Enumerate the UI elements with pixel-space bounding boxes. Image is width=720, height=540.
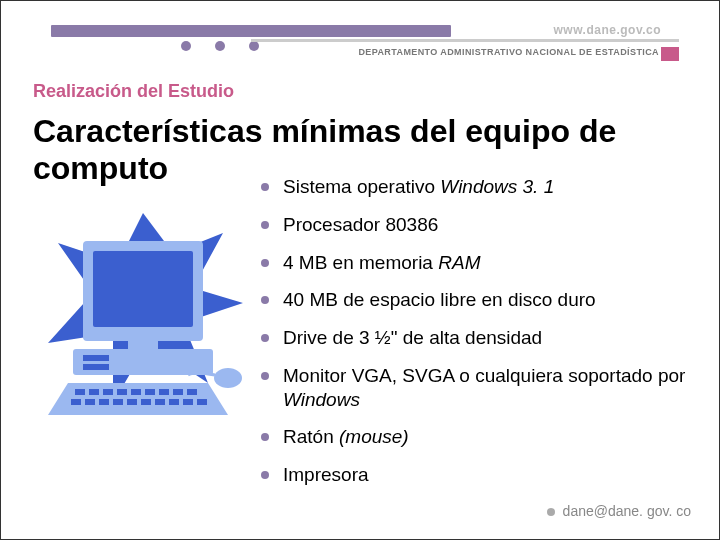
svg-rect-9 bbox=[103, 389, 113, 395]
svg-rect-18 bbox=[99, 399, 109, 405]
computer-illustration bbox=[33, 193, 253, 433]
svg-rect-11 bbox=[131, 389, 141, 395]
bullet-icon bbox=[261, 372, 269, 380]
header-subtitle: DEPARTAMENTO ADMINISTRATIVO NACIONAL DE … bbox=[358, 47, 659, 57]
requirements-list: Sistema operativo Windows 3. 1Procesador… bbox=[253, 175, 689, 501]
svg-rect-15 bbox=[187, 389, 197, 395]
bullet-icon bbox=[261, 221, 269, 229]
svg-rect-20 bbox=[127, 399, 137, 405]
bullet-icon bbox=[261, 183, 269, 191]
list-item: Impresora bbox=[261, 463, 689, 487]
header-divider bbox=[251, 39, 679, 42]
svg-rect-8 bbox=[89, 389, 99, 395]
svg-rect-19 bbox=[113, 399, 123, 405]
list-item-text: Ratón (mouse) bbox=[283, 425, 409, 449]
header-accent-bar bbox=[51, 25, 451, 37]
slide-header: www.dane.gov.co DEPARTAMENTO ADMINISTRAT… bbox=[51, 19, 679, 59]
list-item-text: 40 MB de espacio libre en disco duro bbox=[283, 288, 596, 312]
svg-rect-12 bbox=[145, 389, 155, 395]
svg-rect-7 bbox=[75, 389, 85, 395]
list-item: 4 MB en memoria RAM bbox=[261, 251, 689, 275]
list-item: Monitor VGA, SVGA o cualquiera soportado… bbox=[261, 364, 689, 412]
svg-rect-16 bbox=[71, 399, 81, 405]
content-row: Sistema operativo Windows 3. 1Procesador… bbox=[33, 199, 689, 501]
svg-rect-10 bbox=[117, 389, 127, 395]
svg-rect-14 bbox=[173, 389, 183, 395]
list-item-text: Sistema operativo Windows 3. 1 bbox=[283, 175, 554, 199]
svg-rect-25 bbox=[197, 399, 207, 405]
svg-rect-23 bbox=[169, 399, 179, 405]
list-item-text: 4 MB en memoria RAM bbox=[283, 251, 480, 275]
list-item-text: Drive de 3 ½" de alta densidad bbox=[283, 326, 542, 350]
list-item: Drive de 3 ½" de alta densidad bbox=[261, 326, 689, 350]
bullet-icon bbox=[261, 334, 269, 342]
list-item: 40 MB de espacio libre en disco duro bbox=[261, 288, 689, 312]
list-item: Procesador 80386 bbox=[261, 213, 689, 237]
list-item-text: Procesador 80386 bbox=[283, 213, 438, 237]
list-item-text: Monitor VGA, SVGA o cualquiera soportado… bbox=[283, 364, 689, 412]
footer-email: dane@dane. gov. co bbox=[547, 503, 691, 519]
bullet-icon bbox=[261, 433, 269, 441]
svg-rect-24 bbox=[183, 399, 193, 405]
list-item: Ratón (mouse) bbox=[261, 425, 689, 449]
header-dots bbox=[181, 41, 259, 51]
svg-rect-5 bbox=[83, 364, 109, 370]
svg-rect-21 bbox=[141, 399, 151, 405]
section-label: Realización del Estudio bbox=[33, 81, 234, 102]
bullet-icon bbox=[261, 296, 269, 304]
svg-point-6 bbox=[214, 368, 242, 388]
svg-rect-3 bbox=[73, 349, 213, 375]
header-url: www.dane.gov.co bbox=[553, 23, 661, 37]
svg-rect-17 bbox=[85, 399, 95, 405]
svg-rect-2 bbox=[128, 341, 158, 349]
list-item: Sistema operativo Windows 3. 1 bbox=[261, 175, 689, 199]
svg-rect-22 bbox=[155, 399, 165, 405]
svg-rect-1 bbox=[93, 251, 193, 327]
list-item-text: Impresora bbox=[283, 463, 369, 487]
dane-logo-icon bbox=[661, 47, 679, 61]
bullet-icon bbox=[261, 259, 269, 267]
svg-rect-4 bbox=[83, 355, 109, 361]
svg-rect-13 bbox=[159, 389, 169, 395]
bullet-icon bbox=[261, 471, 269, 479]
